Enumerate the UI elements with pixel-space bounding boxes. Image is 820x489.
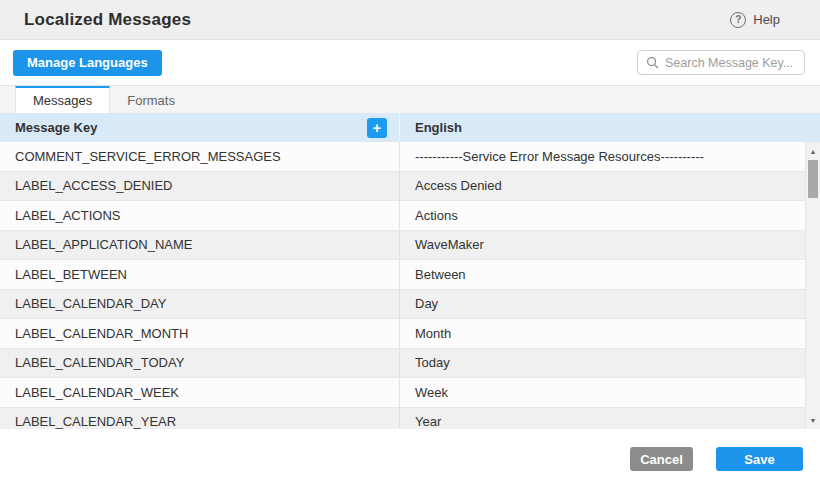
table-row[interactable]: LABEL_CALENDAR_MONTHMonth [0,319,820,349]
table-row[interactable]: LABEL_CALENDAR_DAYDay [0,290,820,320]
vertical-scrollbar[interactable]: ▲ ▼ [805,142,820,429]
english-value-cell[interactable]: Between [400,260,820,289]
english-value-cell[interactable]: Year [400,408,820,430]
message-key-cell[interactable]: LABEL_ACCESS_DENIED [0,172,400,201]
column-header-english: English [400,113,820,142]
english-value-cell[interactable]: Week [400,378,820,407]
message-key-cell[interactable]: LABEL_CALENDAR_YEAR [0,408,400,430]
english-value-cell[interactable]: Today [400,349,820,378]
column-header-message-key: Message Key + [0,113,400,142]
scroll-down-icon[interactable]: ▼ [806,413,820,427]
messages-grid: Message Key + English COMMENT_SERVICE_ER… [0,113,820,429]
save-button[interactable]: Save [716,447,803,471]
localized-messages-dialog: Localized Messages ? Help Manage Languag… [0,0,820,489]
scrollbar-thumb[interactable] [808,160,818,198]
plus-icon: + [373,120,382,135]
scroll-up-icon[interactable]: ▲ [806,144,820,158]
search-icon [646,56,659,69]
footer: Cancel Save [0,429,820,489]
grid-body: COMMENT_SERVICE_ERROR_MESSAGES----------… [0,142,820,429]
rows-container: COMMENT_SERVICE_ERROR_MESSAGES----------… [0,142,820,429]
message-key-cell[interactable]: LABEL_CALENDAR_MONTH [0,319,400,348]
message-key-cell[interactable]: LABEL_CALENDAR_WEEK [0,378,400,407]
message-key-cell[interactable]: LABEL_BETWEEN [0,260,400,289]
table-row[interactable]: LABEL_ACTIONSActions [0,201,820,231]
help-icon: ? [730,12,746,28]
english-value-cell[interactable]: Access Denied [400,172,820,201]
add-message-button[interactable]: + [367,118,387,138]
message-key-cell[interactable]: LABEL_CALENDAR_TODAY [0,349,400,378]
table-row[interactable]: LABEL_APPLICATION_NAMEWaveMaker [0,231,820,261]
table-row[interactable]: LABEL_BETWEENBetween [0,260,820,290]
table-row[interactable]: LABEL_CALENDAR_WEEKWeek [0,378,820,408]
table-row[interactable]: LABEL_ACCESS_DENIEDAccess Denied [0,172,820,202]
table-row[interactable]: COMMENT_SERVICE_ERROR_MESSAGES----------… [0,142,820,172]
help-label: Help [753,12,780,27]
table-row[interactable]: LABEL_CALENDAR_YEARYear [0,408,820,430]
tab-formats[interactable]: Formats [110,86,192,113]
english-value-cell[interactable]: Month [400,319,820,348]
english-value-cell[interactable]: Day [400,290,820,319]
search-box[interactable] [637,50,805,75]
tab-bar: Messages Formats [0,85,820,113]
message-key-cell[interactable]: COMMENT_SERVICE_ERROR_MESSAGES [0,142,400,171]
english-value-cell[interactable]: -----------Service Error Message Resourc… [400,142,820,171]
tab-messages[interactable]: Messages [15,86,110,113]
message-key-header-label: Message Key [15,120,97,135]
message-key-cell[interactable]: LABEL_APPLICATION_NAME [0,231,400,260]
english-header-label: English [415,120,462,135]
english-value-cell[interactable]: WaveMaker [400,231,820,260]
manage-languages-button[interactable]: Manage Languages [13,50,162,76]
help-button[interactable]: ? Help [730,12,780,28]
message-key-cell[interactable]: LABEL_CALENDAR_DAY [0,290,400,319]
english-value-cell[interactable]: Actions [400,201,820,230]
search-input[interactable] [665,56,796,70]
page-title: Localized Messages [24,10,191,30]
table-row[interactable]: LABEL_CALENDAR_TODAYToday [0,349,820,379]
grid-header: Message Key + English [0,113,820,142]
title-bar: Localized Messages ? Help [0,0,820,40]
toolbar: Manage Languages [0,40,820,85]
cancel-button[interactable]: Cancel [630,447,693,471]
message-key-cell[interactable]: LABEL_ACTIONS [0,201,400,230]
